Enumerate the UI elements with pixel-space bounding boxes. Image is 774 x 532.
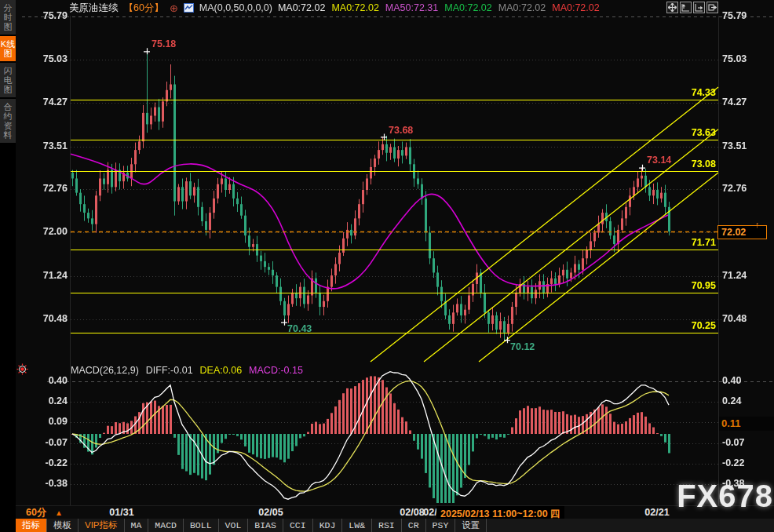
macd-dea-value: DEA:0.06 <box>200 365 243 376</box>
trading-app-window: 分时图K线图闪电图合约资料 美原油连续 【60分】 ⊕ MA(0,0,50,0,… <box>0 0 774 532</box>
ma-legend-value-1: MA0:72.02 <box>331 2 378 13</box>
macd-legend: MACD(26,12,9) DIFF:-0.01 DEA:0.06 MACD:-… <box>71 365 303 376</box>
price-axis-right-70.48: 70.48 <box>722 314 747 324</box>
macd-diff-value: DIFF:-0.01 <box>146 365 193 376</box>
chart-canvas[interactable] <box>0 0 774 532</box>
price-axis-left-70.48: 70.48 <box>24 314 68 324</box>
time-axis: 60分 ▲ 2025/02/13 11:00~12:00 四 01/3102/0… <box>0 505 774 519</box>
level-label-73.08: 73.08 <box>674 159 716 169</box>
ma-legend-value-5: MA0:72.02 <box>552 2 599 13</box>
ma-formula: MA(0,0,50,0,0,0) <box>199 2 272 13</box>
toolbar-item-KDJ[interactable]: KDJ <box>313 519 343 532</box>
toolbar-item-CCI[interactable]: CCI <box>283 519 313 532</box>
toolbar-item-RSI[interactable]: RSI <box>372 519 402 532</box>
toolbar-item-VIP指标[interactable]: VIP指标 <box>78 519 125 532</box>
bottom-indicator-toolbar: 指标模板VIP指标MAMACDBOLLVOLBIASCCIKDJLW&RSICR… <box>16 519 774 532</box>
toolbar-item-MA[interactable]: MA <box>125 519 149 532</box>
toolbar-item-模板[interactable]: 模板 <box>47 519 78 532</box>
level-label-70.95: 70.95 <box>674 281 716 291</box>
left-sidebar: 分时图K线图闪电图合约资料 <box>0 0 16 532</box>
macd-current-badge: 0.11 <box>719 417 774 431</box>
macd-title: MACD(26,12,9) <box>71 365 139 376</box>
macd-axis-right-0.40: 0.40 <box>722 376 741 386</box>
price-axis-left-75.03: 75.03 <box>24 54 68 64</box>
window-control-icons <box>666 2 718 13</box>
macd-axis-right-0.24: 0.24 <box>722 396 741 406</box>
price-axis-left-71.24: 71.24 <box>24 271 68 281</box>
price-axis-right-72.76: 72.76 <box>722 184 747 194</box>
current-price-badge: 72.02 <box>717 225 767 239</box>
level-label-74.33: 74.33 <box>674 88 716 98</box>
price-axis-left-74.27: 74.27 <box>24 97 68 107</box>
toolbar-item-BIAS[interactable]: BIAS <box>248 519 283 532</box>
symbol-title: 美原油连续 <box>69 2 119 15</box>
swing-label-70.43: 70.43 <box>287 324 312 334</box>
period-chip[interactable]: 60分 <box>26 508 46 518</box>
period-chevron-up-icon[interactable]: ▲ <box>55 508 63 518</box>
time-label-02-05: 02/05 <box>258 508 283 518</box>
move-icon[interactable] <box>666 2 678 13</box>
price-axis-left-72.76: 72.76 <box>24 184 68 194</box>
time-label-02-08: 02/08 <box>400 508 424 518</box>
level-label-70.25: 70.25 <box>674 321 716 331</box>
swing-label-73.14: 73.14 <box>647 155 671 166</box>
price-axis-right-75.79: 75.79 <box>722 11 747 21</box>
toolbar-item-LW&[interactable]: LW& <box>342 519 372 532</box>
period-selector[interactable]: 【60分】 <box>124 2 164 15</box>
swing-label-73.68: 73.68 <box>389 126 413 136</box>
ma-values: MA0:72.02MA0:72.02MA50:72.31MA0:72.02MA0… <box>278 2 600 13</box>
price-axis-right-73.51: 73.51 <box>722 141 747 151</box>
toolbar-item-PSY[interactable]: PSY <box>426 519 456 532</box>
sidebar-tab-2[interactable]: 闪电图 <box>0 63 16 97</box>
sidebar-tab-3[interactable]: 合约资料 <box>0 99 16 143</box>
toolbar-item-CR[interactable]: CR <box>402 519 426 532</box>
macd-axis-left-0.40: 0.40 <box>24 376 68 386</box>
price-alert-arrow-icon: ↑ <box>755 220 760 228</box>
macd-axis-right--0.22: -0.22 <box>722 458 745 468</box>
ma-legend-value-4: MA0:72.02 <box>498 2 546 13</box>
time-label-02-: 02/ <box>423 508 436 518</box>
swing-label-75.18: 75.18 <box>152 39 176 49</box>
swing-label-70.12: 70.12 <box>510 342 535 352</box>
level-label-71.71: 71.71 <box>674 238 716 248</box>
toolbar-item-VOL[interactable]: VOL <box>219 519 249 532</box>
ma-legend-value-0: MA0:72.02 <box>278 2 325 13</box>
brand-watermark: FX678 <box>677 479 773 513</box>
indicator-alert-icon[interactable] <box>16 363 28 378</box>
macd-axis-left--0.07: -0.07 <box>24 438 68 448</box>
mini-chart-icon[interactable] <box>184 3 194 13</box>
price-axis-right-71.24: 71.24 <box>722 271 747 281</box>
macd-axis-left-0.24: 0.24 <box>24 396 68 406</box>
macd-axis-left--0.22: -0.22 <box>24 458 68 468</box>
price-axis-left-75.79: 75.79 <box>24 11 68 21</box>
ma-legend-value-2: MA50:72.31 <box>385 2 438 13</box>
compress-left-icon[interactable] <box>680 2 692 13</box>
price-axis-left-72.00: 72.00 <box>24 227 68 237</box>
shift-right-icon[interactable] <box>706 2 718 13</box>
time-label-02-21: 02/21 <box>644 508 669 518</box>
macd-axis-left--0.38: -0.38 <box>24 479 68 489</box>
price-axis-right-75.03: 75.03 <box>722 54 747 64</box>
level-label-73.63: 73.63 <box>674 128 716 138</box>
toolbar-item-MACD[interactable]: MACD <box>148 519 184 532</box>
time-label-01-31: 01/31 <box>109 508 133 518</box>
price-axis-left-73.51: 73.51 <box>24 141 68 151</box>
toolbar-item-指标[interactable]: 指标 <box>16 519 47 532</box>
ma-legend-value-3: MA0:72.02 <box>444 2 491 13</box>
toolbar-item-设置[interactable]: 设置 <box>455 519 487 532</box>
compress-right-icon[interactable] <box>693 2 705 13</box>
toolbar-item-BOLL[interactable]: BOLL <box>184 519 219 532</box>
add-indicator-icon[interactable]: ⊕ <box>170 2 178 14</box>
sidebar-tab-1[interactable]: K线图 <box>0 36 16 61</box>
price-axis-right-74.27: 74.27 <box>722 97 747 107</box>
macd-axis-right--0.07: -0.07 <box>722 438 745 448</box>
macd-axis-left-0.09: 0.09 <box>24 417 68 427</box>
chart-header-legend: 美原油连续 【60分】 ⊕ MA(0,0,50,0,0,0) MA0:72.02… <box>69 1 600 15</box>
macd-macd-value: MACD:-0.15 <box>249 365 303 376</box>
sidebar-tab-0[interactable]: 分时图 <box>0 0 16 35</box>
